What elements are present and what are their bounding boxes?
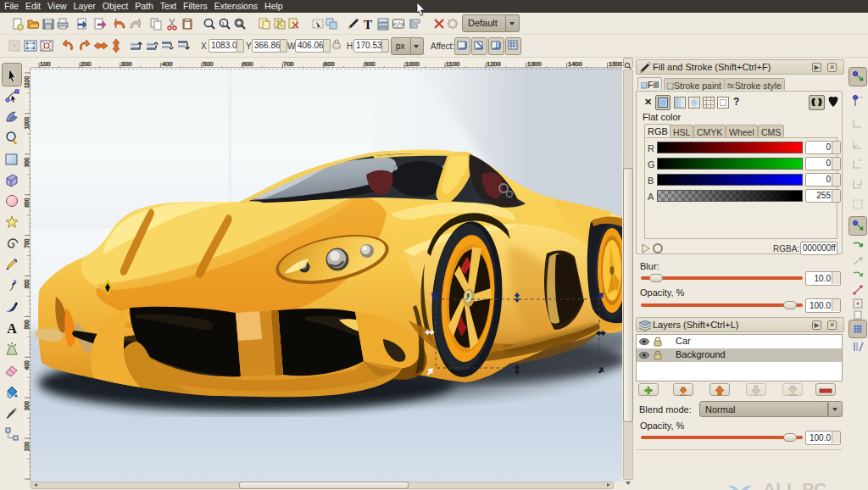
svg-text:500: 500 <box>203 60 214 68</box>
svg-text:700: 700 <box>283 60 294 68</box>
svg-text:600: 600 <box>242 60 253 68</box>
svg-text:A: A <box>7 321 17 336</box>
svg-text:900: 900 <box>24 157 30 166</box>
svg-text:1400: 1400 <box>568 60 582 68</box>
svg-text:1000: 1000 <box>24 117 30 130</box>
svg-text:1100: 1100 <box>24 76 30 88</box>
svg-text:200: 200 <box>24 442 30 451</box>
svg-text:1200: 1200 <box>487 60 501 68</box>
svg-text:200: 200 <box>81 60 92 68</box>
svg-text:1000: 1000 <box>405 60 420 68</box>
svg-text:600: 600 <box>24 279 30 288</box>
svg-text:700: 700 <box>24 238 30 248</box>
svg-text:1300: 1300 <box>527 60 542 68</box>
svg-text:400: 400 <box>162 60 173 68</box>
svg-text:T: T <box>364 18 372 31</box>
svg-text:1100: 1100 <box>446 60 459 68</box>
svg-text:100: 100 <box>40 60 51 68</box>
svg-text:400: 400 <box>24 360 30 370</box>
svg-text:500: 500 <box>24 320 30 329</box>
svg-text:800: 800 <box>324 60 335 68</box>
svg-text:900: 900 <box>364 60 376 68</box>
svg-text:</>: </> <box>393 21 404 28</box>
svg-text:300: 300 <box>121 60 132 68</box>
svg-text:300: 300 <box>24 401 30 410</box>
svg-text:1500: 1500 <box>609 60 622 68</box>
svg-text:800: 800 <box>24 198 30 207</box>
